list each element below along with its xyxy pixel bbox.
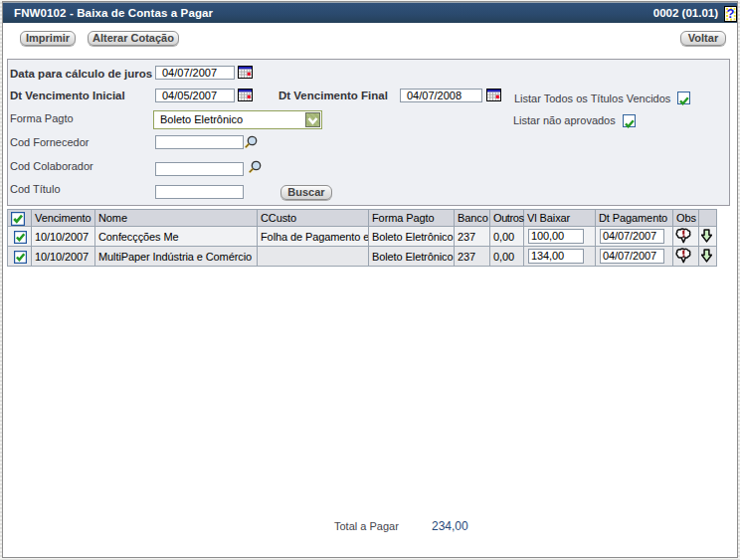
svg-text:?: ? (727, 6, 735, 21)
